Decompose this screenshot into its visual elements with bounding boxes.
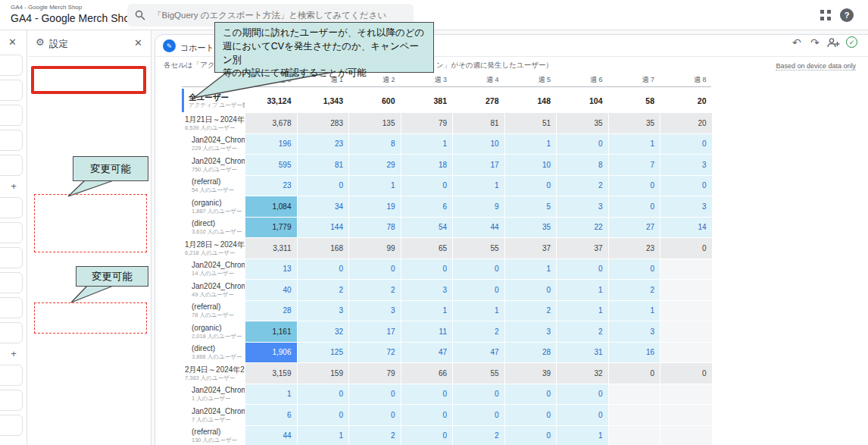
- table-cell[interactable]: 168: [298, 238, 349, 259]
- table-cell[interactable]: 2: [453, 321, 504, 342]
- table-cell[interactable]: 9: [453, 196, 504, 217]
- table-cell[interactable]: 278: [453, 89, 504, 112]
- table-cell[interactable]: 32: [557, 363, 608, 384]
- table-cell[interactable]: 0: [298, 384, 349, 405]
- table-cell[interactable]: 0: [557, 259, 608, 280]
- table-cell[interactable]: 1,779: [245, 218, 297, 238]
- table-cell[interactable]: 7: [609, 155, 660, 175]
- table-cell[interactable]: 125: [298, 343, 349, 363]
- table-cell[interactable]: 6: [245, 405, 297, 425]
- table-row[interactable]: (direct)3,610 人のユーザー1,779144785444352227…: [182, 218, 712, 238]
- variable-chip[interactable]: [0, 155, 23, 176]
- table-cell[interactable]: 0: [609, 363, 660, 384]
- table-cell[interactable]: 2: [349, 280, 401, 300]
- table-cell[interactable]: [660, 384, 712, 405]
- table-cell[interactable]: 23: [245, 176, 297, 196]
- table-cell[interactable]: 595: [245, 155, 297, 175]
- table-cell[interactable]: 3: [401, 280, 453, 300]
- table-cell[interactable]: [609, 426, 660, 445]
- table-cell[interactable]: 3: [660, 155, 712, 175]
- table-cell[interactable]: 11: [401, 321, 453, 342]
- table-cell[interactable]: 1: [401, 301, 453, 321]
- table-cell[interactable]: 2: [349, 426, 401, 445]
- table-cell[interactable]: 23: [609, 238, 660, 259]
- table-cell[interactable]: 99: [349, 238, 401, 259]
- table-cell[interactable]: 0: [401, 176, 453, 196]
- table-cell[interactable]: 66: [401, 363, 453, 384]
- help-icon[interactable]: ?: [840, 8, 854, 22]
- table-cell[interactable]: 44: [453, 218, 504, 238]
- table-cell[interactable]: 0: [557, 405, 608, 425]
- table-cell[interactable]: 0: [453, 384, 504, 405]
- table-cell[interactable]: [609, 405, 660, 425]
- table-cell[interactable]: 78: [349, 218, 401, 238]
- table-cell[interactable]: 16: [609, 343, 660, 363]
- table-cell[interactable]: 1: [557, 280, 608, 300]
- search-input[interactable]: [153, 11, 406, 20]
- variable-chip[interactable]: [0, 322, 23, 343]
- table-cell[interactable]: 1: [245, 384, 297, 405]
- table-cell[interactable]: 47: [401, 343, 453, 363]
- table-cell[interactable]: 1: [453, 301, 504, 321]
- table-cell[interactable]: 1,084: [245, 196, 297, 217]
- table-cell[interactable]: 8: [349, 134, 401, 155]
- table-cell[interactable]: [660, 259, 712, 280]
- table-cell[interactable]: 3,678: [245, 113, 297, 133]
- table-cell[interactable]: 0: [609, 176, 660, 196]
- table-cell[interactable]: 0: [505, 384, 557, 405]
- table-cell[interactable]: 28: [245, 301, 297, 321]
- table-cell[interactable]: 1: [557, 426, 608, 445]
- table-cell[interactable]: 10: [505, 155, 557, 175]
- table-cell[interactable]: 600: [349, 89, 401, 112]
- table-cell[interactable]: 0: [660, 176, 712, 196]
- table-cell[interactable]: 0: [298, 405, 349, 425]
- table-cell[interactable]: 0: [557, 134, 608, 155]
- table-row[interactable]: Jan2024_ChromeD…1 人のユーザー1000000: [182, 384, 712, 405]
- table-row[interactable]: Jan2024_ChromeD…7 人のユーザー6000000: [182, 405, 712, 425]
- table-row[interactable]: 2月4日～2024年2月…7,383 人のユーザー3,1591597966553…: [182, 363, 712, 384]
- table-cell[interactable]: 35: [557, 113, 608, 133]
- variable-chip[interactable]: [0, 105, 23, 126]
- table-cell[interactable]: 20: [660, 89, 712, 112]
- table-cell[interactable]: 0: [505, 176, 557, 196]
- table-cell[interactable]: [660, 301, 712, 321]
- table-cell[interactable]: 29: [349, 155, 401, 175]
- table-cell[interactable]: 0: [401, 259, 453, 280]
- table-cell[interactable]: 1: [609, 134, 660, 155]
- table-cell[interactable]: 31: [557, 343, 608, 363]
- table-cell[interactable]: [660, 321, 712, 342]
- table-cell[interactable]: 51: [505, 113, 557, 133]
- table-cell[interactable]: 44: [245, 426, 297, 445]
- add-variable-button[interactable]: +: [0, 347, 27, 361]
- table-cell[interactable]: 72: [349, 343, 401, 363]
- table-cell[interactable]: 104: [557, 89, 608, 112]
- table-row[interactable]: Jan2024_ChromeD…229 人のユーザー1962381101010: [182, 134, 712, 155]
- table-cell[interactable]: 39: [505, 363, 557, 384]
- table-cell[interactable]: 81: [298, 155, 349, 175]
- table-cell[interactable]: 18: [401, 155, 453, 175]
- table-cell[interactable]: 0: [401, 405, 453, 425]
- table-cell[interactable]: 1: [453, 176, 504, 196]
- table-cell[interactable]: 79: [401, 113, 453, 133]
- table-cell[interactable]: 0: [401, 384, 453, 405]
- check-circle-icon[interactable]: ✓: [846, 36, 857, 48]
- table-cell[interactable]: 1,906: [245, 343, 297, 363]
- table-cell[interactable]: 3: [505, 321, 557, 342]
- table-cell[interactable]: 196: [245, 134, 297, 155]
- table-cell[interactable]: 81: [453, 113, 504, 133]
- table-cell[interactable]: 1,343: [298, 89, 349, 112]
- table-cell[interactable]: 10: [453, 134, 504, 155]
- table-cell[interactable]: 3: [298, 301, 349, 321]
- variable-chip[interactable]: [0, 365, 23, 386]
- table-cell[interactable]: 22: [557, 218, 608, 238]
- table-cell[interactable]: [660, 343, 712, 363]
- table-cell[interactable]: 13: [245, 259, 297, 280]
- table-cell[interactable]: 2: [609, 280, 660, 300]
- redo-icon[interactable]: ↷: [810, 36, 820, 49]
- table-cell[interactable]: 381: [401, 89, 453, 112]
- table-cell[interactable]: 1: [609, 301, 660, 321]
- table-row[interactable]: (referral)54 人のユーザー2301010200: [182, 176, 712, 196]
- table-row[interactable]: Jan2024_ChromeD…49 人のユーザー402230012: [182, 280, 712, 300]
- table-cell[interactable]: 32: [298, 321, 349, 342]
- table-cell[interactable]: 5: [505, 196, 557, 217]
